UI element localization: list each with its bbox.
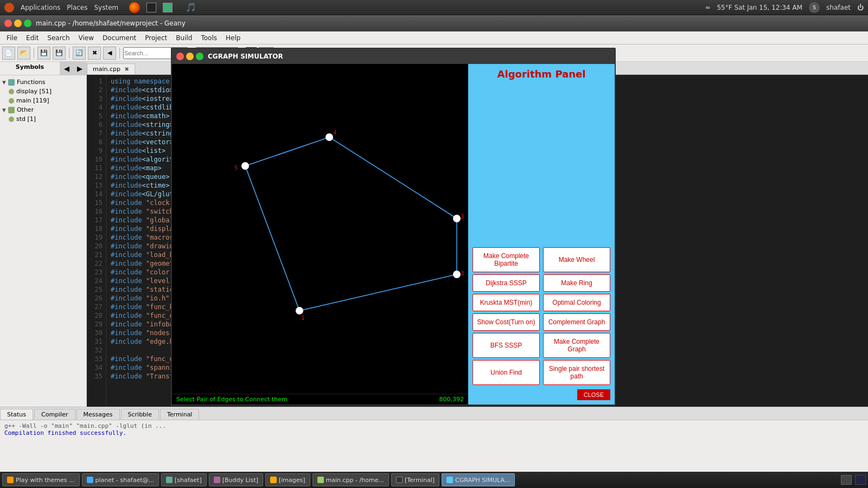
node-5[interactable] — [241, 162, 249, 170]
taskbar-app-shafaet[interactable]: [shafaet] — [161, 473, 207, 486]
algo-panel-title: Algorithm Panel — [497, 68, 586, 80]
taskbar-app-planet-label: planet - shafaet@... — [95, 477, 154, 484]
window-controls[interactable] — [4, 20, 31, 27]
node-3a[interactable] — [453, 215, 461, 222]
compile-command: g++ -Wall -o "main" "main.cpp" -lglut (i… — [4, 422, 864, 429]
cgraph-close-panel-button[interactable]: CLOSE — [577, 389, 610, 400]
menu-places[interactable]: Places — [67, 4, 87, 11]
editor-tab-main-cpp[interactable]: main.cpp ✖ — [87, 63, 135, 74]
taskbar-app-cgraph[interactable]: CGRAPH SIMULA... — [442, 473, 515, 486]
taskbar-right: ≈ 55°F Sat Jan 15, 12:34 AM S shafaet ⏻ — [705, 2, 864, 13]
cgraph-maximize-button[interactable] — [196, 53, 203, 60]
node-3a-label: 3 — [461, 213, 464, 220]
geany-titlebar: main.cpp - /home/shafaet/newproject - Ge… — [0, 15, 868, 31]
node-3b[interactable] — [453, 271, 461, 278]
toolbar-separator-3 — [119, 48, 120, 59]
sidebar-item-other[interactable]: ▼ Other — [0, 105, 86, 114]
algo-row-1: Make Complete Bipartite Make Wheel — [473, 247, 610, 272]
reload-button[interactable]: 🔄 — [73, 47, 86, 60]
new-file-button[interactable]: 📄 — [2, 47, 15, 60]
taskbar-app-buddylist-label: [Buddy List] — [222, 477, 258, 484]
bottom-tab-compiler[interactable]: Compiler — [34, 409, 75, 420]
optimal-coloring-button[interactable]: Optimal Coloring — [543, 294, 610, 311]
menu-project[interactable]: Project — [141, 33, 171, 43]
complement-graph-button[interactable]: Complement Graph — [543, 313, 610, 331]
make-complete-graph-button[interactable]: Make Complete Graph — [543, 333, 610, 358]
desktop-icon — [855, 475, 866, 485]
menu-applications[interactable]: Applications — [21, 4, 60, 11]
make-complete-bipartite-button[interactable]: Make Complete Bipartite — [473, 247, 540, 272]
bottom-panel-tabs: Status Compiler Messages Scribble Termin… — [0, 407, 868, 420]
taskbar-app-planet[interactable]: planet - shafaet@... — [82, 473, 159, 486]
algo-panel: Algorithm Panel Make Complete Bipartite … — [468, 64, 615, 404]
cgraph-window: CGRAPH SIMULATOR 4 5 3 1 3 — [171, 48, 616, 406]
taskbar-app-terminal[interactable]: [Terminal] — [391, 473, 439, 486]
bottom-tab-status[interactable]: Status — [0, 409, 33, 420]
top-taskbar: Applications Places System 🎵 ≈ 55°F Sat … — [0, 0, 868, 15]
cgraph-minimize-button[interactable] — [186, 53, 194, 60]
node-4[interactable] — [326, 133, 333, 141]
menu-tools[interactable]: Tools — [196, 33, 221, 43]
menu-search[interactable]: Search — [43, 33, 74, 43]
geany-close-button[interactable] — [4, 20, 12, 27]
clock-display: 55°F Sat Jan 15, 12:34 AM — [717, 4, 802, 11]
sidebar-tabs: Symbols ◀ ▶ — [0, 62, 86, 75]
node-1[interactable] — [296, 307, 303, 314]
cgraph-window-controls[interactable] — [176, 53, 203, 60]
functions-icon — [8, 79, 15, 86]
union-find-button[interactable]: Union Find — [473, 360, 540, 385]
geany-maximize-button[interactable] — [24, 20, 31, 27]
main-func-label: main [119] — [16, 97, 49, 104]
tab-symbols[interactable]: Symbols — [0, 62, 60, 75]
kruskta-mst-button[interactable]: Kruskta MST(min) — [473, 294, 540, 311]
algo-row-2: Dijkstra SSSP Make Ring — [473, 274, 610, 292]
bottom-tab-messages[interactable]: Messages — [76, 409, 120, 420]
menu-document[interactable]: Document — [98, 33, 141, 43]
firefox-icon — [129, 2, 140, 13]
open-file-button[interactable]: 📂 — [17, 47, 30, 60]
menu-build[interactable]: Build — [171, 33, 196, 43]
close-button[interactable]: ✖ — [88, 47, 101, 60]
sidebar-item-main[interactable]: main [119] — [7, 96, 86, 105]
bottom-tab-terminal[interactable]: Terminal — [160, 409, 200, 420]
sidebar-toggle-left[interactable]: ◀ — [60, 62, 73, 75]
bottom-tab-scribble[interactable]: Scribble — [121, 409, 159, 420]
geany-icon — [317, 477, 324, 483]
nav-back-button[interactable]: ◀ — [103, 47, 116, 60]
make-ring-button[interactable]: Make Ring — [543, 274, 610, 292]
apps-menu[interactable]: Applications Places System 🎵 — [4, 2, 196, 13]
save-file-button[interactable]: 💾 — [37, 47, 50, 60]
taskbar-app-buddylist[interactable]: [Buddy List] — [209, 473, 263, 486]
menu-view[interactable]: View — [74, 33, 98, 43]
menu-help[interactable]: Help — [221, 33, 245, 43]
bfs-sssp-button[interactable]: BFS SSSP — [473, 333, 540, 358]
sidebar-item-functions[interactable]: ▼ Functions — [0, 78, 86, 87]
show-cost-button[interactable]: Show Cost(Turn on) — [473, 313, 540, 331]
playwith-icon — [7, 477, 14, 483]
other-label: Other — [17, 106, 34, 113]
taskbar-app-maincpp[interactable]: main.cpp - /home... — [312, 473, 389, 486]
node-5-label: 5 — [234, 164, 238, 171]
make-wheel-button[interactable]: Make Wheel — [543, 247, 610, 272]
save-all-button[interactable]: 💾 — [53, 47, 66, 60]
graph-canvas[interactable]: 4 5 3 1 3 Select Pair of Edges to Connec… — [172, 64, 468, 404]
sidebar-item-display[interactable]: display [51] — [7, 87, 86, 96]
tab-close-icon[interactable]: ✖ — [125, 66, 129, 72]
taskbar-app-images[interactable]: [images] — [265, 473, 310, 486]
other-icon — [8, 107, 15, 113]
display-func-icon — [9, 89, 14, 94]
username-display: shafaet — [826, 4, 851, 11]
menu-system[interactable]: System — [94, 4, 118, 11]
geany-minimize-button[interactable] — [14, 20, 22, 27]
taskbar-app-playwith[interactable]: Play with themes ... — [2, 473, 80, 486]
menu-edit[interactable]: Edit — [22, 33, 43, 43]
single-pair-shortest-path-button[interactable]: Single pair shortest path — [543, 360, 610, 385]
geany-bottom-panel: Status Compiler Messages Scribble Termin… — [0, 407, 868, 472]
menu-file[interactable]: File — [2, 33, 22, 43]
sidebar-item-std[interactable]: std [1] — [7, 114, 86, 124]
bottom-panel-content: g++ -Wall -o "main" "main.cpp" -lglut (i… — [0, 420, 868, 472]
geany-title: main.cpp - /home/shafaet/newproject - Ge… — [36, 20, 186, 27]
dijkstra-sssp-button[interactable]: Dijkstra SSSP — [473, 274, 540, 292]
sidebar-toggle-right[interactable]: ▶ — [73, 62, 86, 75]
cgraph-close-button[interactable] — [176, 53, 184, 60]
